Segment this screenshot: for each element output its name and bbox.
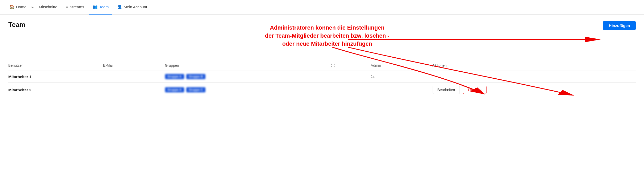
add-button-col: Hinzufügen [594,21,636,30]
table-row: Mitarbeiter 1 Gruppe A Gruppe B Ja [8,71,636,83]
groups-2: Gruppe A Gruppe C [161,83,327,97]
groups-1: Gruppe A Gruppe B [161,71,327,83]
nav-label-streams: Streams [70,5,84,9]
nav-item-team[interactable]: 👥 Team [89,0,112,15]
nav-label-mein-account: Mein Account [124,5,147,9]
actions-1 [428,71,636,83]
spacer-1 [327,71,367,83]
nav-item-home[interactable]: 🏠 Home [6,0,30,15]
annotation-col: Administratoren können die Einstellungen… [60,21,594,56]
col-header-email: E-Mail [99,60,161,71]
nav-item-mein-account[interactable]: 👤 Mein Account [114,0,150,15]
table-row: Mitarbeiter 2 Gruppe A Gruppe C Bearbeit… [8,83,636,97]
nav-label-team: Team [99,5,109,9]
annotation-line1: Administratoren können die Einstellungen [270,24,385,31]
nav-label-home: Home [16,5,26,9]
table-body: Mitarbeiter 1 Gruppe A Gruppe B Ja Mitar… [8,71,636,97]
admin-2 [367,83,428,97]
annotation-line2: der Team-Mitglieder bearbeiten bzw. lösc… [265,32,389,39]
nav-label-mitschnitte: Mitschnitte [39,5,58,9]
title-col: Team [8,21,60,29]
group-tag-2b: Gruppe C [186,87,206,92]
col-header-admin: Admin [367,60,428,71]
table-header-row: Benutzer E-Mail Gruppen ⛶ Admin Aktionen [8,60,636,71]
add-button[interactable]: Hinzufügen [603,21,636,30]
group-tag-1a: Gruppe A [165,74,184,79]
streams-icon: ≡ [66,5,68,9]
team-icon: 👥 [92,4,98,9]
nav-bar: 🏠 Home ▶ Mitschnitte ≡ Streams 👥 Team 👤 … [0,0,644,15]
actions-2: Bearbeiten Löschen [428,83,636,97]
page-title: Team [8,21,60,29]
email-1 [99,71,161,83]
account-icon: 👤 [117,4,122,9]
nav-item-streams[interactable]: ≡ Streams [63,0,87,15]
delete-button[interactable]: Löschen [463,86,486,94]
group-tag-2a: Gruppe A [165,87,184,92]
email-2 [99,83,161,97]
user-name-1: Mitarbeiter 1 [8,71,99,83]
annotation-banner: Administratoren können die Einstellungen… [60,21,594,51]
admin-1: Ja [367,71,428,83]
col-header-groups: Gruppen [161,60,327,71]
spacer-2 [327,83,367,97]
edit-button[interactable]: Bearbeiten [433,86,460,94]
col-header-filter: ⛶ [327,60,367,71]
nav-item-mitschnitte[interactable]: Mitschnitte [36,0,61,15]
group-tag-1b: Gruppe B [186,74,206,79]
user-name-2: Mitarbeiter 2 [8,83,99,97]
top-section: Team Administratoren können die Einstell… [8,21,636,56]
filter-icon[interactable]: ⛶ [331,63,335,67]
nav-arrow-mitschnitte: ▶ [32,6,34,9]
col-header-user: Benutzer [8,60,99,71]
team-table: Benutzer E-Mail Gruppen ⛶ Admin Aktionen… [8,60,636,97]
col-header-actions: Aktionen [428,60,636,71]
home-icon: 🏠 [9,4,15,9]
main-content: Team Administratoren können die Einstell… [0,15,644,104]
annotation-text: Administratoren können die Einstellungen… [60,24,594,48]
annotation-line3: oder neue Mitarbeiter hinzufügen [282,40,372,47]
content-wrapper: Team Administratoren können die Einstell… [8,21,636,97]
table-header: Benutzer E-Mail Gruppen ⛶ Admin Aktionen [8,60,636,71]
